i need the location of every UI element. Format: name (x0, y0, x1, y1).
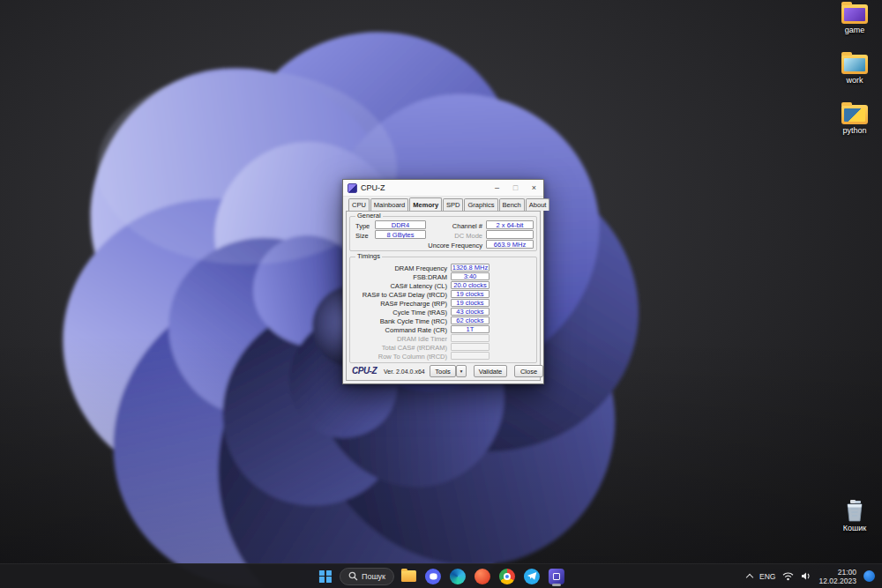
timing-value-field: 62 clocks (451, 316, 490, 324)
dc-mode-value-field (486, 230, 534, 239)
tab-strip: CPU Mainboard Memory SPD Graphics Bench … (348, 198, 540, 211)
windows-logo-icon (319, 570, 332, 583)
timing-row: DRAM Idle Timer (352, 334, 534, 343)
timing-row: Cycle Time (tRAS) 43 clocks (352, 308, 534, 316)
size-value-field: 8 GBytes (375, 230, 426, 239)
chrome-icon[interactable] (497, 566, 518, 587)
cpuz-taskbar-icon[interactable] (546, 566, 567, 587)
tab-cpu[interactable]: CPU (348, 198, 370, 211)
edge-icon[interactable] (447, 566, 468, 587)
timing-value-field (451, 352, 490, 360)
start-button[interactable] (315, 566, 336, 587)
system-tray: ENG 21:00 12.02.2023 (747, 564, 875, 588)
clock[interactable]: 21:00 12.02.2023 (818, 568, 856, 585)
timing-value-field: 43 clocks (451, 308, 490, 316)
timing-label: RAS# to CAS# Delay (tRCD) (352, 291, 447, 299)
type-value-field: DDR4 (375, 220, 426, 229)
timing-label: RAS# Precharge (tRP) (352, 300, 447, 308)
tab-mainboard[interactable]: Mainboard (370, 198, 408, 211)
desktop-icon-work[interactable]: work (828, 55, 881, 85)
hidden-icons-chevron-icon[interactable] (746, 574, 753, 581)
close-icon[interactable]: × (525, 180, 543, 196)
desktop-icon-label: work (828, 76, 881, 85)
tray-time: 21:00 (818, 568, 856, 577)
desktop-icon-label: python (828, 126, 881, 135)
brave-icon[interactable] (472, 566, 493, 587)
timing-label: Command Rate (CR) (352, 326, 447, 334)
tab-graphics[interactable]: Graphics (464, 198, 497, 211)
tab-bench[interactable]: Bench (499, 198, 525, 211)
tab-memory[interactable]: Memory (409, 197, 442, 211)
timing-label: FSB:DRAM (352, 273, 447, 281)
screen: game work python Кошик CPU-Z – □ (0, 0, 882, 588)
timing-value-field: 1326.8 MHz (451, 264, 490, 272)
running-indicator (552, 584, 561, 586)
volume-icon[interactable] (801, 571, 811, 581)
folder-icon (841, 105, 868, 124)
folder-icon (841, 55, 868, 74)
desktop-icon-python[interactable]: python (828, 105, 881, 135)
minimize-icon[interactable]: – (488, 180, 506, 196)
memory-tab-page: General Type DDR4 Size 8 GBytes Channel … (346, 211, 541, 381)
timing-row: DRAM Frequency 1326.8 MHz (352, 264, 534, 272)
timing-value-field: 1T (451, 325, 490, 333)
timing-value-field: 19 clocks (451, 290, 490, 298)
channel-label: Channel # (424, 222, 482, 230)
cpuz-app-icon (348, 183, 357, 193)
size-label: Size (355, 232, 369, 240)
telegram-icon[interactable] (521, 566, 542, 587)
timing-row: Bank Cycle Time (tRC) 62 clocks (352, 316, 534, 325)
cpuz-window: CPU-Z – □ × CPU Mainboard Memory SPD Gra… (342, 179, 544, 384)
timing-label: Cycle Time (tRAS) (352, 309, 447, 316)
type-label: Type (355, 222, 370, 230)
tray-date: 12.02.2023 (818, 577, 856, 585)
cpuz-logo: CPU-Z (352, 366, 377, 376)
dc-mode-label: DC Mode (424, 232, 482, 240)
timings-rows: DRAM Frequency 1326.8 MHz FSB:DRAM 3:40 … (352, 264, 534, 361)
general-group-label: General (355, 212, 383, 220)
maximize-icon[interactable]: □ (506, 180, 525, 196)
desktop-icon-label: Кошик (828, 524, 881, 532)
file-explorer-icon[interactable] (398, 566, 419, 587)
timing-label: CAS# Latency (CL) (352, 282, 447, 290)
general-group: General Type DDR4 Size 8 GBytes Channel … (349, 216, 537, 251)
discord-icon[interactable] (422, 566, 444, 587)
desktop-icon-game[interactable]: game (828, 4, 881, 34)
tools-dropdown-icon[interactable]: ▼ (456, 365, 467, 377)
tab-about[interactable]: About (526, 198, 550, 211)
timing-value-field: 3:40 (451, 272, 490, 280)
recycle-bin-icon (844, 499, 865, 522)
desktop-icon-label: game (828, 26, 881, 34)
wifi-icon[interactable] (782, 571, 794, 581)
validate-button[interactable]: Validate (474, 365, 507, 377)
cpuz-titlebar[interactable]: CPU-Z – □ × (343, 180, 543, 197)
timing-value-field (451, 334, 490, 342)
timing-label: Bank Cycle Time (tRC) (352, 317, 447, 325)
cpuz-footer: CPU-Z Ver. 2.04.0.x64 Tools ▼ Validate C… (350, 365, 536, 378)
timing-value-field: 19 clocks (451, 299, 490, 307)
close-button[interactable]: Close (514, 365, 543, 377)
version-text: Ver. 2.04.0.x64 (384, 368, 425, 375)
taskbar-center: Пошук (315, 564, 567, 588)
tab-spd[interactable]: SPD (443, 198, 463, 211)
folder-icon (841, 4, 868, 24)
timing-row: RAS# to CAS# Delay (tRCD) 19 clocks (352, 290, 534, 299)
timing-row: Command Rate (CR) 1T (352, 325, 534, 334)
timing-label: Row To Column (tRCD) (352, 353, 447, 361)
uncore-frequency-label: Uncore Frequency (407, 242, 482, 249)
taskbar: Пошук ENG (0, 563, 882, 588)
timing-label: DRAM Idle Timer (352, 335, 447, 343)
channel-value-field: 2 x 64-bit (486, 220, 534, 229)
timing-row: RAS# Precharge (tRP) 19 clocks (352, 299, 534, 308)
tools-button[interactable]: Tools (430, 365, 456, 377)
timing-row: Row To Column (tRCD) (352, 352, 534, 361)
language-indicator[interactable]: ENG (759, 572, 775, 581)
notifications-icon[interactable] (863, 570, 875, 582)
search-icon (348, 571, 358, 581)
uncore-frequency-value-field: 663.9 MHz (486, 240, 534, 249)
timings-group: Timings DRAM Frequency 1326.8 MHz FSB:DR… (349, 257, 537, 363)
search-input[interactable]: Пошук (340, 568, 394, 585)
timing-label: Total CAS# (tRDRAM) (352, 344, 447, 352)
desktop-icon-recycle-bin[interactable]: Кошик (828, 499, 881, 532)
window-title: CPU-Z (361, 183, 385, 192)
